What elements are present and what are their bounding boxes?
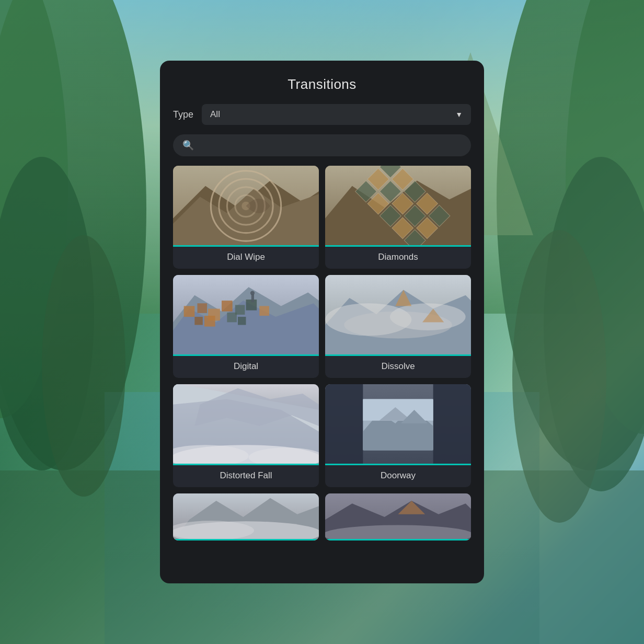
distorted-fall-svg	[173, 384, 319, 465]
card-thumb-partial-1	[173, 493, 319, 540]
card-thumb-distorted-fall	[173, 384, 319, 465]
card-label-diamonds: Diamonds	[325, 247, 471, 269]
svg-rect-50	[204, 316, 215, 327]
svg-rect-43	[198, 303, 208, 313]
card-label-digital: Digital	[173, 356, 319, 378]
svg-rect-45	[222, 301, 233, 312]
search-input[interactable]	[199, 141, 462, 150]
dial-wipe-svg	[173, 166, 319, 247]
card-label-doorway: Doorway	[325, 465, 471, 487]
transition-card-digital[interactable]: Digital	[173, 275, 319, 378]
svg-point-10	[42, 235, 125, 497]
transitions-panel: Transitions Type All ▼ 🔍	[160, 61, 484, 583]
transition-card-partial-2[interactable]	[325, 493, 471, 540]
svg-rect-53	[251, 294, 254, 303]
doorway-svg	[325, 384, 471, 465]
type-dropdown[interactable]: All ▼	[202, 104, 471, 125]
svg-rect-71	[433, 384, 471, 465]
card-thumb-dissolve	[325, 275, 471, 356]
type-selector-row: Type All ▼	[173, 104, 471, 125]
card-label-dissolve: Dissolve	[325, 356, 471, 378]
transitions-grid: Dial Wipe	[173, 166, 471, 540]
chevron-down-icon: ▼	[455, 110, 463, 119]
svg-rect-48	[259, 306, 269, 316]
transition-card-distorted-fall[interactable]: Distorted Fall	[173, 384, 319, 487]
transition-card-partial-1[interactable]	[173, 493, 319, 540]
card-thumb-diamonds	[325, 166, 471, 247]
transition-card-diamonds[interactable]: Diamonds	[325, 166, 471, 269]
transition-card-dial-wipe[interactable]: Dial Wipe	[173, 166, 319, 269]
search-icon: 🔍	[182, 140, 194, 151]
partial1-svg	[173, 493, 319, 540]
card-thumb-doorway	[325, 384, 471, 465]
svg-rect-52	[238, 317, 246, 325]
card-label-dial-wipe: Dial Wipe	[173, 247, 319, 269]
digital-svg	[173, 275, 319, 356]
svg-rect-42	[184, 306, 195, 317]
svg-point-12	[512, 230, 606, 523]
type-label: Type	[173, 109, 193, 120]
card-thumb-dial-wipe	[173, 166, 319, 247]
svg-rect-51	[227, 313, 237, 323]
svg-point-54	[250, 291, 255, 295]
svg-rect-70	[325, 384, 363, 465]
type-dropdown-value: All	[210, 109, 220, 120]
card-thumb-digital	[173, 275, 319, 356]
transition-card-dissolve[interactable]: Dissolve	[325, 275, 471, 378]
transition-card-doorway[interactable]: Doorway	[325, 384, 471, 487]
partial2-svg	[325, 493, 471, 540]
card-label-distorted-fall: Distorted Fall	[173, 465, 319, 487]
dissolve-svg	[325, 275, 471, 356]
card-thumb-partial-2	[325, 493, 471, 540]
svg-rect-49	[194, 317, 203, 325]
panel-title: Transitions	[173, 76, 471, 93]
search-bar: 🔍	[173, 134, 471, 156]
diamonds-svg	[325, 166, 471, 247]
